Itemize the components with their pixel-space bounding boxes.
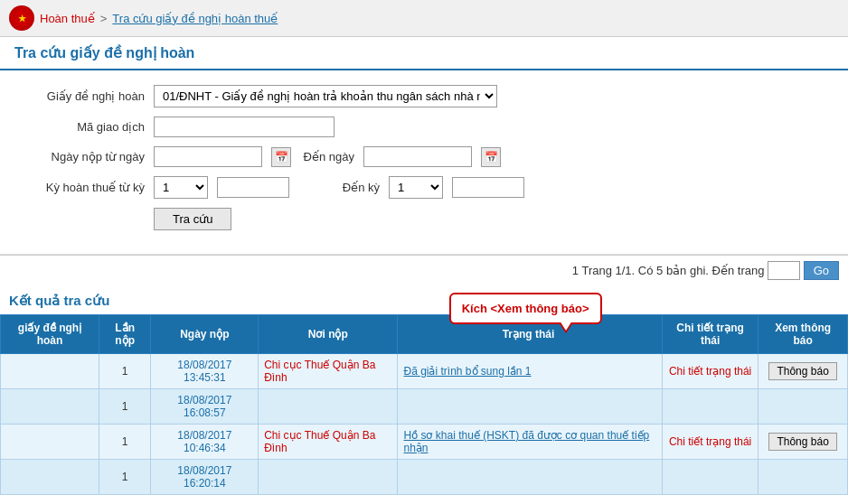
cell-noi-nop[interactable]: Chi cục Thuế Quận Ba Đình xyxy=(259,425,398,460)
cell-trang-thai xyxy=(398,389,662,425)
col-giay: giấy đề nghị hoàn xyxy=(1,315,99,354)
cell-thong-bao xyxy=(758,460,848,495)
cell-lan-nop: 1 xyxy=(99,389,150,425)
ky-to-year-input[interactable] xyxy=(452,177,524,198)
cell-thong-bao: Thông báo xyxy=(758,425,848,460)
calendar-from-icon[interactable]: 📅 xyxy=(271,147,291,167)
table-row: 118/08/2017 16:08:57 xyxy=(1,389,848,425)
cell-giay xyxy=(1,354,99,389)
ngay-nop-label: Ngày nộp từ ngày xyxy=(18,150,145,163)
cell-thong-bao: Thông báo xyxy=(758,354,848,389)
logo-icon: ★ xyxy=(9,5,34,31)
cell-lan-nop: 1 xyxy=(99,460,150,495)
ky-from-select[interactable]: 1234 5678 9101112 xyxy=(154,176,208,199)
table-row: 118/08/2017 13:45:31Chi cục Thuế Quận Ba… xyxy=(1,354,848,389)
page-title-bar: Tra cứu giấy đề nghị hoàn xyxy=(0,37,848,70)
giay-label: Giấy đề nghị hoàn xyxy=(18,89,145,103)
cell-giay xyxy=(1,389,99,425)
table-row: 118/08/2017 16:20:14 xyxy=(1,460,848,495)
callout-text: Kích <Xem thông báo> xyxy=(462,302,589,315)
results-table: giấy đề nghị hoàn Lần nộp Ngày nộp Nơi n… xyxy=(0,314,848,495)
table-header-row: giấy đề nghị hoàn Lần nộp Ngày nộp Nơi n… xyxy=(1,315,848,354)
pagination-info: 1 Trang 1/1. Có 5 bản ghi. Đến trang xyxy=(572,264,765,277)
cell-noi-nop xyxy=(259,389,398,425)
ma-gd-label: Mã giao dịch xyxy=(18,120,145,134)
cell-ngay-nop: 18/08/2017 13:45:31 xyxy=(151,354,259,389)
cell-trang-thai: Hồ sơ khai thuế (HSKT) đã được cơ quan t… xyxy=(398,425,662,460)
callout-box: Kích <Xem thông báo> xyxy=(449,293,602,324)
breadcrumb-home[interactable]: Hoàn thuế xyxy=(40,12,95,25)
cell-trang-thai: Đã giải trình bổ sung lần 1 xyxy=(398,354,662,389)
cell-thong-bao xyxy=(758,389,848,425)
cell-chi-tiet: Chi tiết trạng thái xyxy=(662,354,758,389)
cell-ngay-nop: 18/08/2017 16:08:57 xyxy=(151,389,259,425)
form-row-giay: Giấy đề nghị hoàn 01/ĐNHT - Giấy đề nghị… xyxy=(18,85,830,107)
go-button[interactable]: Go xyxy=(804,261,839,280)
search-form: Giấy đề nghị hoàn 01/ĐNHT - Giấy đề nghị… xyxy=(0,70,848,255)
cell-trang-thai xyxy=(398,460,662,495)
cell-noi-nop xyxy=(259,460,398,495)
ngay-nop-to-input[interactable] xyxy=(363,146,472,167)
cell-chi-tiet: Chi tiết trạng thái xyxy=(662,425,758,460)
form-row-ngay-nop: Ngày nộp từ ngày 📅 Đến ngày 📅 xyxy=(18,146,830,167)
col-noi-nop: Nơi nộp xyxy=(259,315,398,354)
thong-bao-button[interactable]: Thông báo xyxy=(768,433,836,451)
cell-ngay-nop: 18/08/2017 16:20:14 xyxy=(151,460,259,495)
cell-ngay-nop: 18/08/2017 10:46:34 xyxy=(151,425,259,460)
ky-hoan-label: Kỳ hoàn thuế từ kỳ xyxy=(18,181,145,194)
den-ngay-label: Đến ngày xyxy=(300,150,354,163)
noi-nop-link[interactable]: Chi cục Thuế Quận Ba Đình xyxy=(264,429,375,454)
cell-lan-nop: 1 xyxy=(99,354,150,389)
thong-bao-button[interactable]: Thông báo xyxy=(768,362,836,380)
results-title: Kết quả tra cứu xyxy=(0,285,848,314)
cell-noi-nop[interactable]: Chi cục Thuế Quận Ba Đình xyxy=(259,354,398,389)
noi-nop-link[interactable]: Chi cục Thuế Quận Ba Đình xyxy=(264,359,375,384)
ngay-nop-from-input[interactable] xyxy=(154,146,262,167)
page-title: Tra cứu giấy đề nghị hoàn xyxy=(14,44,834,61)
col-chi-tiet: Chi tiết trạng thái xyxy=(662,315,758,354)
col-trang-thai: Trạng thái Kích <Xem thông báo> xyxy=(398,315,662,354)
cell-chi-tiet xyxy=(662,460,758,495)
calendar-to-icon[interactable]: 📅 xyxy=(481,147,501,167)
table-row: 118/08/2017 10:46:34Chi cục Thuế Quận Ba… xyxy=(1,425,848,460)
form-row-ma-gd: Mã giao dịch xyxy=(18,117,830,137)
cell-giay xyxy=(1,425,99,460)
chi-tiet-link[interactable]: Chi tiết trạng thái xyxy=(669,435,751,448)
cell-chi-tiet xyxy=(662,389,758,425)
cell-lan-nop: 1 xyxy=(99,425,150,460)
den-ky-label: Đến kỳ xyxy=(316,181,380,194)
col-ngay-nop: Ngày nộp xyxy=(151,315,259,354)
ky-to-select[interactable]: 1234 5678 9101112 xyxy=(389,176,443,199)
col-lan-nop: Lần nộp xyxy=(99,315,150,354)
chi-tiet-link[interactable]: Chi tiết trạng thái xyxy=(669,365,751,378)
trang-thai-link[interactable]: Hồ sơ khai thuế (HSKT) đã được cơ quan t… xyxy=(403,429,649,454)
form-row-search: Tra cứu xyxy=(154,208,830,230)
trang-thai-link[interactable]: Đã giải trình bổ sung lần 1 xyxy=(403,365,531,378)
breadcrumb-separator: > xyxy=(100,12,108,25)
form-row-ky: Kỳ hoàn thuế từ kỳ 1234 5678 9101112 Đến… xyxy=(18,176,830,199)
breadcrumb-current: Tra cứu giấy đề nghị hoàn thuế xyxy=(112,12,278,25)
search-button[interactable]: Tra cứu xyxy=(154,208,231,230)
col-xem-thong-bao: Xem thông báo xyxy=(758,315,848,354)
giay-select[interactable]: 01/ĐNHT - Giấy đề nghị hoàn trả khoản th… xyxy=(154,85,497,107)
ky-from-year-input[interactable] xyxy=(217,177,289,198)
top-bar: ★ Hoàn thuế > Tra cứu giấy đề nghị hoàn … xyxy=(0,0,848,37)
ma-gd-input[interactable] xyxy=(154,117,334,137)
cell-giay xyxy=(1,460,99,495)
page-number-input[interactable] xyxy=(768,261,800,280)
pagination-bar: 1 Trang 1/1. Có 5 bản ghi. Đến trang Go xyxy=(0,256,848,285)
